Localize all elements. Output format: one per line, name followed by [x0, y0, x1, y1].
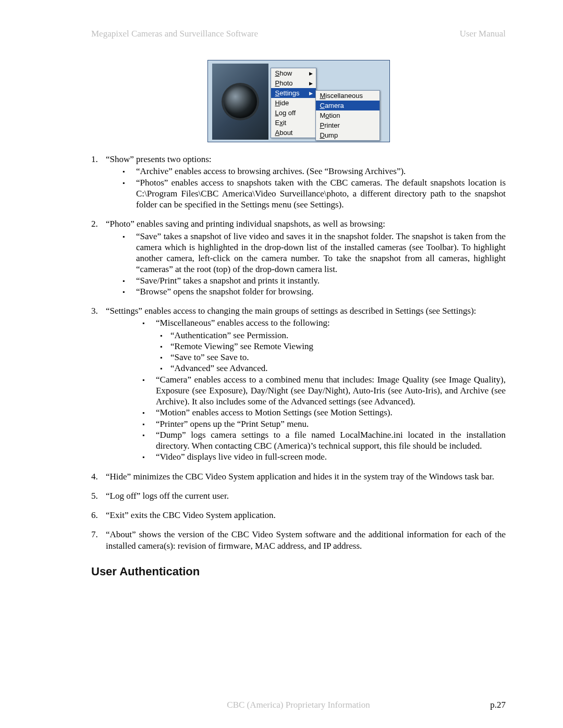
- menu-item[interactable]: Log off: [271, 108, 316, 118]
- body-text: 1.“Show” presents two options:“Archive” …: [91, 154, 506, 551]
- page-header: Megapixel Cameras and Surveillance Softw…: [91, 29, 506, 39]
- header-right: User Manual: [460, 29, 506, 39]
- list-item: 5.“Log off” logs off the current user.: [91, 490, 506, 501]
- page-number: p.27: [490, 700, 506, 710]
- footer-center: CBC (America) Proprietary Information: [91, 700, 506, 710]
- header-left: Megapixel Cameras and Surveillance Softw…: [91, 29, 258, 39]
- camera-lens-icon: [224, 85, 257, 118]
- menu-item[interactable]: Exit: [271, 118, 316, 128]
- menu-item[interactable]: Dump: [316, 130, 380, 140]
- menu-item[interactable]: Photo▶: [271, 78, 316, 88]
- menu-item[interactable]: Camera: [316, 101, 380, 110]
- screenshot-figure: Show▶Photo▶Settings▶HideLog offExitAbout…: [207, 60, 390, 142]
- list-item: 2.“Photo” enables saving and printing in…: [91, 218, 506, 297]
- list-item: 1.“Show” presents two options:“Archive” …: [91, 154, 506, 210]
- list-item: 4. “Hide” minimizes the CBC Video System…: [91, 471, 506, 482]
- menu-item[interactable]: Printer: [316, 120, 380, 130]
- menu-item[interactable]: Show▶: [271, 68, 316, 78]
- context-menu[interactable]: Show▶Photo▶Settings▶HideLog offExitAbout: [271, 68, 316, 138]
- camera-preview: [212, 64, 268, 140]
- list-item: 7.“About” shows the version of the CBC V…: [91, 529, 506, 551]
- settings-submenu[interactable]: MiscellaneousCameraMotionPrinterDump: [315, 90, 380, 141]
- menu-item[interactable]: Miscellaneous: [316, 91, 380, 101]
- section-heading: User Authentication: [91, 565, 506, 578]
- list-item: 3.“Settings” enables access to changing …: [91, 305, 506, 463]
- page-footer: CBC (America) Proprietary Information p.…: [91, 700, 506, 710]
- list-item: 6.“Exit” exits the CBC Video System appl…: [91, 510, 506, 521]
- menu-item[interactable]: Motion: [316, 110, 380, 120]
- menu-item[interactable]: Settings▶: [271, 88, 316, 98]
- menu-item[interactable]: Hide: [271, 98, 316, 108]
- menu-item[interactable]: About: [271, 128, 316, 138]
